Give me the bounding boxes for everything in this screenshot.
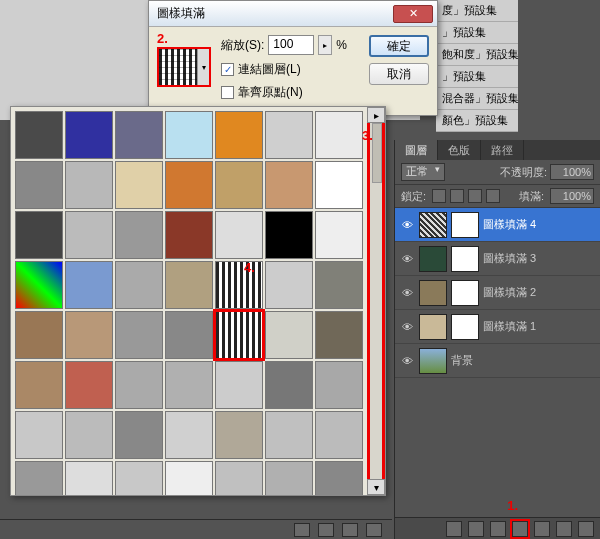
cancel-button[interactable]: 取消 (369, 63, 429, 85)
pattern-swatch[interactable] (315, 361, 363, 409)
pattern-swatch[interactable] (165, 111, 213, 159)
pattern-swatch[interactable] (115, 411, 163, 459)
pattern-swatch[interactable] (165, 311, 213, 359)
preset-item[interactable]: 」預設集 (436, 66, 518, 88)
group-icon[interactable] (534, 521, 550, 537)
lock-transparent-icon[interactable] (432, 189, 446, 203)
blend-mode-select[interactable]: 正常 (401, 163, 445, 181)
pattern-swatch[interactable] (65, 161, 113, 209)
pattern-scrollbar[interactable] (367, 123, 385, 479)
lock-all-icon[interactable] (486, 189, 500, 203)
pattern-swatch[interactable] (165, 211, 213, 259)
pattern-swatch[interactable] (115, 111, 163, 159)
layer-thumbnail[interactable] (419, 348, 447, 374)
visibility-icon[interactable]: 👁 (399, 252, 415, 266)
tab-paths[interactable]: 路徑 (481, 140, 524, 160)
scrollbar-thumb[interactable] (372, 123, 382, 183)
pattern-swatch[interactable] (65, 461, 113, 495)
pattern-swatch[interactable] (115, 461, 163, 495)
pattern-swatch[interactable] (315, 311, 363, 359)
pattern-swatch[interactable] (165, 261, 213, 309)
pattern-swatch[interactable] (165, 361, 213, 409)
pattern-swatch[interactable] (65, 111, 113, 159)
pattern-swatch[interactable] (115, 261, 163, 309)
visibility-icon[interactable]: 👁 (399, 218, 415, 232)
pattern-swatch[interactable] (265, 361, 313, 409)
pattern-swatch[interactable] (215, 161, 263, 209)
pattern-swatch[interactable] (215, 261, 263, 309)
visibility-icon[interactable]: 👁 (399, 286, 415, 300)
fx-icon[interactable] (468, 521, 484, 537)
pattern-swatch[interactable] (265, 461, 313, 495)
tab-channels[interactable]: 色版 (438, 140, 481, 160)
pattern-swatch[interactable] (165, 411, 213, 459)
pattern-swatch[interactable] (65, 261, 113, 309)
pattern-swatch[interactable] (15, 211, 63, 259)
pattern-swatch[interactable] (265, 111, 313, 159)
lock-pixels-icon[interactable] (450, 189, 464, 203)
pattern-swatch[interactable] (65, 411, 113, 459)
pattern-swatch[interactable] (215, 111, 263, 159)
pattern-swatch[interactable] (15, 461, 63, 495)
preset-item[interactable]: 」預設集 (436, 22, 518, 44)
dialog-titlebar[interactable]: 圖樣填滿 ✕ (149, 1, 437, 27)
layer-row[interactable]: 👁圖樣填滿 4 (395, 208, 600, 242)
layer-name[interactable]: 圖樣填滿 4 (483, 217, 596, 232)
layer-name[interactable]: 圖樣填滿 2 (483, 285, 596, 300)
pattern-swatch[interactable] (115, 211, 163, 259)
pattern-swatch[interactable] (115, 361, 163, 409)
visibility-icon[interactable]: 👁 (399, 320, 415, 334)
layer-thumbnail[interactable] (419, 314, 447, 340)
scale-spinner[interactable]: ▸ (318, 35, 332, 55)
layer-name[interactable]: 圖樣填滿 3 (483, 251, 596, 266)
pattern-swatch[interactable] (265, 261, 313, 309)
delete-layer-icon[interactable] (578, 521, 594, 537)
pattern-swatch[interactable] (115, 161, 163, 209)
adjustment-layer-icon[interactable] (512, 521, 528, 537)
pattern-swatch[interactable] (165, 461, 213, 495)
layer-name[interactable]: 背景 (451, 353, 596, 368)
preset-item[interactable]: 飽和度」預設集 (436, 44, 518, 66)
layer-mask-thumbnail[interactable] (451, 212, 479, 238)
preset-item[interactable]: 混合器」預設集 (436, 88, 518, 110)
opacity-value[interactable]: 100% (550, 164, 594, 180)
ok-button[interactable]: 確定 (369, 35, 429, 57)
preset-item[interactable]: 顏色」預設集 (436, 110, 518, 132)
pattern-swatch[interactable] (315, 161, 363, 209)
layer-row[interactable]: 👁圖樣填滿 2 (395, 276, 600, 310)
pattern-swatch[interactable] (115, 311, 163, 359)
preset-item[interactable]: 度」預設集 (436, 0, 518, 22)
pattern-picker[interactable]: ▾ (157, 47, 211, 87)
pattern-swatch[interactable] (15, 161, 63, 209)
chevron-down-icon[interactable]: ▾ (197, 49, 209, 85)
pattern-swatch[interactable] (215, 311, 263, 359)
pattern-swatch[interactable] (315, 461, 363, 495)
new-layer-icon[interactable] (556, 521, 572, 537)
layer-thumbnail[interactable] (419, 246, 447, 272)
status-icon[interactable] (366, 523, 382, 537)
layer-mask-thumbnail[interactable] (451, 246, 479, 272)
pattern-swatch[interactable] (215, 461, 263, 495)
status-icon[interactable] (318, 523, 334, 537)
visibility-icon[interactable]: 👁 (399, 354, 415, 368)
pattern-swatch[interactable] (265, 211, 313, 259)
grid-menu-icon[interactable]: ▸ (367, 107, 385, 123)
pattern-swatch[interactable] (265, 311, 313, 359)
pattern-swatch[interactable] (315, 211, 363, 259)
pattern-swatch[interactable] (215, 361, 263, 409)
tab-layers[interactable]: 圖層 (395, 140, 438, 160)
layer-mask-thumbnail[interactable] (451, 280, 479, 306)
pattern-swatch[interactable] (65, 361, 113, 409)
layer-row[interactable]: 👁背景 (395, 344, 600, 378)
layer-mask-thumbnail[interactable] (451, 314, 479, 340)
snap-origin-checkbox[interactable] (221, 86, 234, 99)
pattern-swatch[interactable] (315, 411, 363, 459)
layer-row[interactable]: 👁圖樣填滿 3 (395, 242, 600, 276)
pattern-swatch[interactable] (15, 411, 63, 459)
scale-input[interactable]: 100 (268, 35, 314, 55)
layer-thumbnail[interactable] (419, 212, 447, 238)
pattern-swatch[interactable] (65, 211, 113, 259)
link-layers-checkbox[interactable]: ✓ (221, 63, 234, 76)
pattern-swatch[interactable] (215, 211, 263, 259)
link-layers-icon[interactable] (446, 521, 462, 537)
